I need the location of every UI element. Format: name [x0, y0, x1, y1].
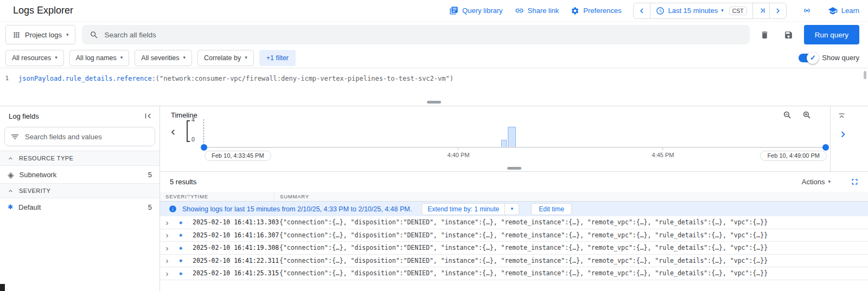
- zoom-in-icon[interactable]: [802, 110, 812, 120]
- log-summary: {"connection":{…}, "disposition":"DENIED…: [279, 218, 868, 226]
- time-range-label: Last 15 minutes: [668, 7, 718, 15]
- time-forward-button[interactable]: [770, 3, 786, 19]
- range-start-handle[interactable]: [201, 144, 207, 151]
- top-bar: Logs Explorer Query library Share link P…: [0, 0, 868, 22]
- show-query-label: Show query: [822, 54, 859, 62]
- table-row[interactable]: › ✱ 2025-02-10 16:41:25.315 {"connection…: [160, 267, 868, 280]
- timeline-resize-handle[interactable]: [507, 167, 521, 170]
- default-severity-icon: ✱: [8, 204, 13, 210]
- timeline-scroll-right[interactable]: [837, 128, 849, 140]
- zoom-out-icon[interactable]: [782, 110, 792, 120]
- list-item-default-severity[interactable]: ✱ Default 5: [0, 198, 159, 216]
- filter-resources-label: All resources: [12, 54, 51, 62]
- range-end-handle[interactable]: [822, 144, 829, 151]
- filter-severities-label: All severities: [141, 54, 179, 62]
- time-back-button[interactable]: [634, 3, 650, 19]
- delete-query-button[interactable]: [756, 26, 774, 43]
- collapse-panel-icon[interactable]: [143, 111, 153, 121]
- timeline-scroll-left[interactable]: [168, 127, 178, 139]
- collapse-timeline-icon[interactable]: [837, 112, 846, 121]
- extra-filter-chip[interactable]: +1 filter: [259, 50, 296, 66]
- log-fields-panel: Log fields RESOURCE TYPE ◈ Subnetwork 5 …: [0, 106, 160, 291]
- learn-button[interactable]: Learn: [828, 6, 859, 16]
- histogram-bar[interactable]: [501, 140, 507, 147]
- fullscreen-icon[interactable]: [850, 177, 859, 186]
- query-value: :("network:consumer-vpc/firewall:deny-ic…: [152, 75, 454, 82]
- results-panel: 5 results Actions ▾ SEVERITY TIME SUMMAR…: [160, 172, 868, 291]
- search-all-fields[interactable]: [82, 25, 749, 44]
- filter-correlate-label: Correlate by: [204, 54, 241, 62]
- log-summary: {"connection":{…}, "disposition":"DENIED…: [279, 231, 868, 239]
- jump-to-now-button[interactable]: [753, 3, 769, 19]
- expand-row-icon[interactable]: ›: [160, 230, 174, 240]
- expand-row-icon[interactable]: ›: [160, 243, 174, 253]
- query-library-button[interactable]: Query library: [449, 6, 502, 15]
- extend-time-button[interactable]: Extend time by: 1 minute ▾: [422, 203, 519, 215]
- timeline-baseline[interactable]: [203, 147, 826, 148]
- item-label: Subnetwork: [20, 171, 57, 179]
- range-end-pill[interactable]: Feb 10, 4:49:00 PM: [760, 151, 827, 161]
- filter-severities[interactable]: All severities▾: [135, 50, 192, 66]
- time-range-dropdown[interactable]: Last 15 minutes ▾ CST: [650, 7, 752, 15]
- edit-time-button[interactable]: Edit time: [531, 203, 572, 215]
- broadcast-icon: [802, 5, 812, 16]
- timezone-badge[interactable]: CST: [729, 7, 747, 15]
- share-link-button[interactable]: Share link: [515, 6, 559, 15]
- column-time: TIME: [188, 192, 274, 201]
- y-axis-max-label: 4: [192, 117, 195, 123]
- histogram-bar[interactable]: [508, 127, 516, 147]
- editor-resize-handle[interactable]: [427, 101, 441, 104]
- log-timestamp: 2025-02-10 16:41:22.311: [187, 257, 279, 264]
- filter-bar: All resources▾ All log names▾ All severi…: [0, 48, 868, 68]
- column-severity: SEVERITY: [160, 193, 188, 199]
- run-query-button[interactable]: Run query: [804, 25, 859, 44]
- log-summary: {"connection":{…}, "disposition":"DENIED…: [279, 257, 868, 264]
- preferences-button[interactable]: Preferences: [571, 7, 621, 15]
- log-fields-search[interactable]: [4, 127, 155, 146]
- live-stream-button[interactable]: [799, 2, 816, 20]
- extend-time-label: Extend time by: 1 minute: [422, 204, 505, 215]
- expand-row-icon[interactable]: ›: [160, 256, 174, 265]
- item-count: 5: [148, 171, 152, 179]
- line-number: 1: [0, 74, 14, 83]
- toggle-check-icon: ✓: [807, 52, 819, 64]
- expand-row-icon[interactable]: ›: [160, 218, 174, 227]
- severity-default-icon: ✱: [174, 245, 187, 251]
- section-resource-type[interactable]: RESOURCE TYPE: [0, 151, 159, 166]
- preferences-label: Preferences: [583, 7, 621, 15]
- axis-tick: [662, 148, 663, 150]
- table-row[interactable]: › ✱ 2025-02-10 16:41:22.311 {"connection…: [160, 255, 868, 268]
- extend-time-caret[interactable]: ▾: [505, 204, 519, 215]
- query-text: jsonPayload.rule_details.reference:("net…: [18, 74, 454, 83]
- filter-correlate[interactable]: Correlate by▾: [197, 50, 254, 66]
- list-item-subnetwork[interactable]: ◈ Subnetwork 5: [0, 166, 159, 183]
- chevron-up-icon: [7, 187, 14, 195]
- log-fields-search-input[interactable]: [25, 133, 149, 141]
- log-scope-button[interactable]: Project logs ▾: [5, 25, 75, 44]
- section-severity[interactable]: SEVERITY: [0, 183, 159, 198]
- filter-log-names[interactable]: All log names▾: [69, 50, 130, 66]
- top-bar-actions: Query library Share link Preferences Las…: [449, 2, 859, 20]
- filter-resources[interactable]: All resources▾: [5, 50, 64, 66]
- log-summary: {"connection":{…}, "disposition":"DENIED…: [279, 244, 868, 251]
- table-row[interactable]: › ✱ 2025-02-10 16:41:19.308 {"connection…: [160, 242, 868, 255]
- actions-dropdown[interactable]: Actions ▾: [802, 178, 831, 186]
- y-axis-bracket: [187, 120, 190, 142]
- range-start-pill[interactable]: Feb 10, 4:33:45 PM: [205, 151, 271, 161]
- severity-default-icon: ✱: [174, 257, 187, 263]
- save-query-button[interactable]: [780, 26, 797, 43]
- show-query-toggle[interactable]: ✓: [799, 54, 817, 62]
- caret-down-icon: ▾: [245, 55, 247, 60]
- search-icon: [90, 30, 99, 40]
- chevron-right-icon: [773, 6, 783, 16]
- actions-label: Actions: [802, 178, 825, 186]
- search-input[interactable]: [104, 31, 742, 39]
- query-editor[interactable]: 1 jsonPayload.rule_details.reference:("n…: [0, 68, 868, 106]
- table-row[interactable]: › ✱ 2025-02-10 16:41:13.303 {"connection…: [160, 216, 868, 229]
- trash-icon: [760, 30, 769, 40]
- expand-row-icon[interactable]: ›: [160, 269, 174, 278]
- editor-scrollbar[interactable]: [864, 71, 866, 79]
- table-row[interactable]: › ✱ 2025-02-10 16:41:16.307 {"connection…: [160, 229, 868, 242]
- caret-down-icon: ▾: [721, 8, 724, 13]
- show-query-toggle-wrap: ✓ Show query: [799, 54, 859, 62]
